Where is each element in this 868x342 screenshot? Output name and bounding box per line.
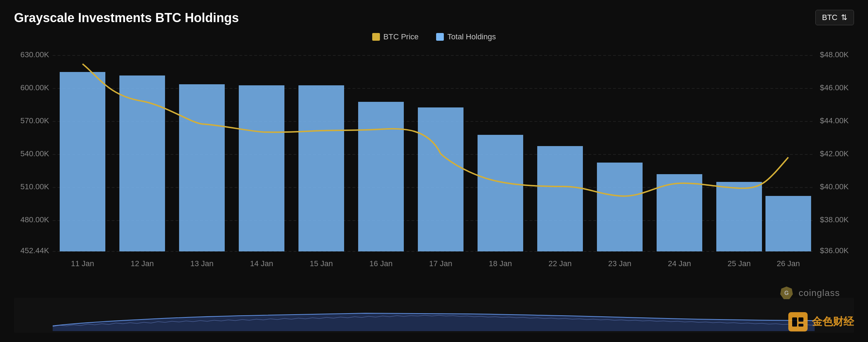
- bar-14jan: [239, 85, 284, 251]
- svg-text:G: G: [784, 290, 788, 296]
- svg-text:22 Jan: 22 Jan: [548, 259, 572, 268]
- svg-text:$36.00K: $36.00K: [820, 246, 849, 255]
- svg-rect-38: [798, 317, 803, 322]
- total-holdings-legend-label: Total Holdings: [447, 32, 496, 41]
- chart-container: Grayscale Investments BTC Holdings BTC ⇅…: [0, 0, 868, 342]
- coinglass-text: coinglass: [799, 288, 840, 298]
- bar-25jan: [716, 182, 762, 251]
- bar-17jan: [418, 107, 463, 251]
- bar-18jan: [478, 135, 523, 251]
- svg-text:17 Jan: 17 Jan: [429, 259, 452, 268]
- jinse-watermark: 金色财经: [788, 312, 854, 331]
- coinglass-watermark: G coinglass: [780, 286, 840, 300]
- svg-text:25 Jan: 25 Jan: [728, 259, 751, 268]
- svg-text:480.00K: 480.00K: [20, 215, 49, 224]
- svg-text:540.00K: 540.00K: [20, 149, 49, 158]
- chart-title: Grayscale Investments BTC Holdings: [14, 11, 854, 25]
- svg-text:600.00K: 600.00K: [20, 83, 49, 92]
- jinse-text: 金色财经: [812, 315, 854, 329]
- svg-text:26 Jan: 26 Jan: [777, 259, 800, 268]
- btc-selector[interactable]: BTC ⇅: [815, 10, 854, 25]
- svg-text:452.44K: 452.44K: [20, 246, 49, 255]
- legend-btc-price: BTC Price: [372, 32, 419, 41]
- bar-13jan: [179, 84, 225, 251]
- svg-text:18 Jan: 18 Jan: [489, 259, 512, 268]
- btc-price-legend-label: BTC Price: [383, 32, 419, 41]
- bar-23jan: [597, 163, 643, 251]
- legend-total-holdings: Total Holdings: [436, 32, 496, 41]
- jinse-logo-icon: [791, 315, 805, 329]
- bar-16jan: [358, 102, 404, 251]
- svg-text:23 Jan: 23 Jan: [608, 259, 631, 268]
- svg-text:12 Jan: 12 Jan: [131, 259, 154, 268]
- total-holdings-legend-box: [436, 33, 444, 41]
- svg-text:24 Jan: 24 Jan: [668, 259, 691, 268]
- svg-text:$48.00K: $48.00K: [820, 50, 849, 59]
- selector-arrows-icon: ⇅: [841, 13, 847, 22]
- bar-11jan: [60, 72, 105, 251]
- bar-22jan: [537, 146, 583, 251]
- bar-15jan: [298, 85, 344, 251]
- svg-text:11 Jan: 11 Jan: [71, 259, 94, 268]
- minimap[interactable]: [14, 298, 854, 333]
- chart-legend: BTC Price Total Holdings: [14, 32, 854, 41]
- btc-price-legend-box: [372, 33, 380, 41]
- svg-text:14 Jan: 14 Jan: [250, 259, 273, 268]
- svg-text:510.00K: 510.00K: [20, 182, 49, 191]
- svg-rect-39: [798, 324, 803, 327]
- svg-text:570.00K: 570.00K: [20, 116, 49, 125]
- svg-text:630.00K: 630.00K: [20, 50, 49, 59]
- coinglass-icon: G: [780, 286, 794, 300]
- svg-text:$44.00K: $44.00K: [820, 116, 849, 125]
- svg-text:$38.00K: $38.00K: [820, 215, 849, 224]
- svg-text:16 Jan: 16 Jan: [369, 259, 393, 268]
- chart-svg: .grid-line { stroke: #333; stroke-width:…: [14, 48, 854, 294]
- svg-text:$40.00K: $40.00K: [820, 182, 849, 191]
- main-chart-area: .grid-line { stroke: #333; stroke-width:…: [14, 48, 854, 294]
- svg-rect-37: [792, 317, 797, 327]
- btc-label: BTC: [822, 13, 837, 22]
- svg-text:13 Jan: 13 Jan: [190, 259, 213, 268]
- minimap-svg: [14, 298, 854, 333]
- svg-text:$42.00K: $42.00K: [820, 149, 849, 158]
- svg-text:15 Jan: 15 Jan: [310, 259, 333, 268]
- bar-12jan: [119, 75, 165, 251]
- svg-text:$46.00K: $46.00K: [820, 83, 849, 92]
- bar-26jan: [765, 196, 811, 251]
- jinse-icon: [788, 312, 808, 331]
